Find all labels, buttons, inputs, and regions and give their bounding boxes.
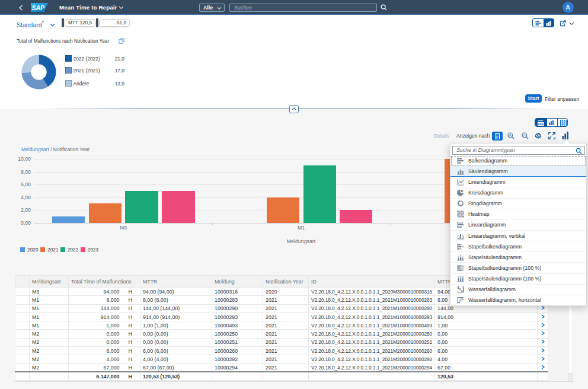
svg-text:SAP: SAP — [32, 4, 46, 11]
